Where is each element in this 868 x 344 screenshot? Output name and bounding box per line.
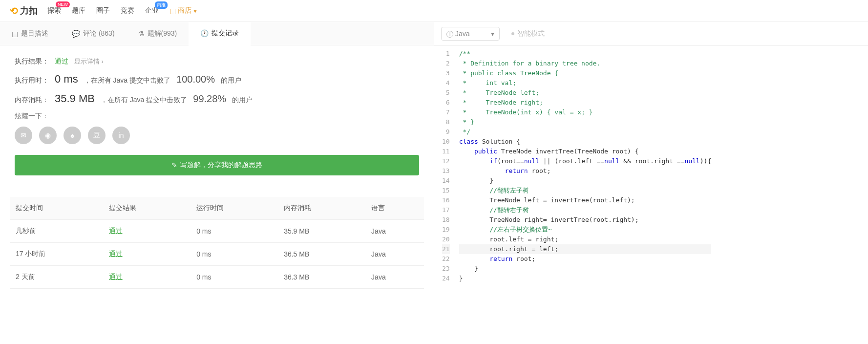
runtime-label: 执行用时： [15, 76, 49, 85]
table-row[interactable]: 17 小时前通过0 ms36.5 MBJava [10, 243, 424, 266]
tab-submissions[interactable]: 🕑 提交记录 [189, 22, 251, 45]
top-nav: ⟲ 力扣 探索 NEW 题库 圈子 竞赛 企业 内推 ▤ 商店 ▾ [0, 0, 868, 22]
info-icon: i [446, 31, 453, 38]
clock-icon: 🕑 [200, 29, 209, 37]
editor-controls: iJava ▾ 智能模式 [434, 22, 868, 46]
col-time: 提交时间 [10, 197, 103, 220]
dot-icon [511, 32, 514, 35]
code-content[interactable]: /** * Definition for a binary tree node.… [454, 46, 717, 339]
col-result: 提交结果 [103, 197, 191, 220]
chevron-down-icon: ▾ [491, 30, 494, 38]
exec-result-status: 通过 [55, 57, 68, 66]
nav-problems[interactable]: 题库 [72, 6, 85, 15]
problem-tabs: ▤ 题目描述 💬 评论 (863) ⚗ 题解(993) 🕑 提交记录 [0, 22, 434, 45]
flask-icon: ⚗ [138, 30, 145, 38]
logo[interactable]: ⟲ 力扣 [10, 5, 38, 17]
doc-icon: ▤ [12, 30, 18, 38]
badge-new: NEW [56, 1, 70, 7]
right-pane: iJava ▾ 智能模式 123456789101112131415161718… [434, 22, 868, 339]
logo-icon: ⟲ [10, 5, 18, 17]
write-solution-button[interactable]: ✎ 写题解，分享我的解题思路 [15, 155, 419, 175]
memory-percent: 99.28% [193, 93, 226, 105]
shop-icon: ▤ [169, 7, 176, 15]
memory-value: 35.9 MB [55, 92, 95, 105]
language-select[interactable]: iJava ▾ [441, 27, 500, 41]
memory-label: 内存消耗： [15, 96, 49, 105]
submissions-table: 提交时间 提交结果 运行时间 内存消耗 语言 几秒前通过0 ms35.9 MBJ… [10, 197, 424, 289]
share-label: 炫耀一下： [15, 112, 419, 121]
tab-solutions[interactable]: ⚗ 题解(993) [127, 22, 189, 45]
social-row: ✉ ◉ ♠ 豆 in [15, 127, 419, 144]
code-editor[interactable]: 123456789101112131415161718192021222324 … [434, 46, 868, 339]
left-pane: ▤ 题目描述 💬 评论 (863) ⚗ 题解(993) 🕑 提交记录 执行结果：… [0, 22, 434, 339]
linkedin-icon[interactable]: in [112, 127, 130, 144]
table-header-row: 提交时间 提交结果 运行时间 内存消耗 语言 [10, 197, 424, 220]
result-link[interactable]: 通过 [109, 227, 123, 235]
smart-mode-toggle[interactable]: 智能模式 [511, 29, 545, 38]
result-link[interactable]: 通过 [109, 273, 123, 280]
col-lang: 语言 [365, 197, 424, 220]
weibo-icon[interactable]: ◉ [39, 127, 57, 144]
chevron-down-icon: ▾ [193, 7, 197, 15]
line-gutter: 123456789101112131415161718192021222324 [434, 46, 454, 339]
col-runtime: 运行时间 [191, 197, 278, 220]
table-row[interactable]: 几秒前通过0 ms35.9 MBJava [10, 220, 424, 243]
exec-result-label: 执行结果： [15, 57, 49, 66]
comment-icon: 💬 [72, 30, 80, 38]
tab-description[interactable]: ▤ 题目描述 [0, 22, 60, 45]
nav-enterprise[interactable]: 企业 内推 [145, 6, 159, 15]
runtime-percent: 100.00% [176, 74, 215, 85]
table-row[interactable]: 2 天前通过0 ms36.3 MBJava [10, 266, 424, 289]
wechat-icon[interactable]: ✉ [15, 127, 32, 144]
nav-contest[interactable]: 竞赛 [121, 6, 134, 15]
result-link[interactable]: 通过 [109, 250, 123, 258]
douban-icon[interactable]: 豆 [88, 127, 106, 144]
nav-explore[interactable]: 探索 NEW [47, 6, 61, 15]
qq-icon[interactable]: ♠ [64, 127, 81, 144]
badge-plus: 内推 [155, 1, 168, 9]
logo-text: 力扣 [20, 5, 38, 17]
pencil-icon: ✎ [171, 161, 177, 169]
tab-comments[interactable]: 💬 评论 (863) [60, 22, 127, 45]
nav-circle[interactable]: 圈子 [96, 6, 110, 15]
nav-items: 探索 NEW 题库 圈子 竞赛 企业 内推 ▤ 商店 ▾ [47, 6, 197, 15]
result-block: 执行结果： 通过 显示详情 › 执行用时： 0 ms ，在所有 Java 提交中… [0, 45, 434, 187]
show-detail-link[interactable]: 显示详情 › [74, 57, 104, 66]
runtime-value: 0 ms [55, 73, 78, 86]
col-memory: 内存消耗 [278, 197, 365, 220]
nav-shop[interactable]: ▤ 商店 ▾ [169, 6, 197, 15]
